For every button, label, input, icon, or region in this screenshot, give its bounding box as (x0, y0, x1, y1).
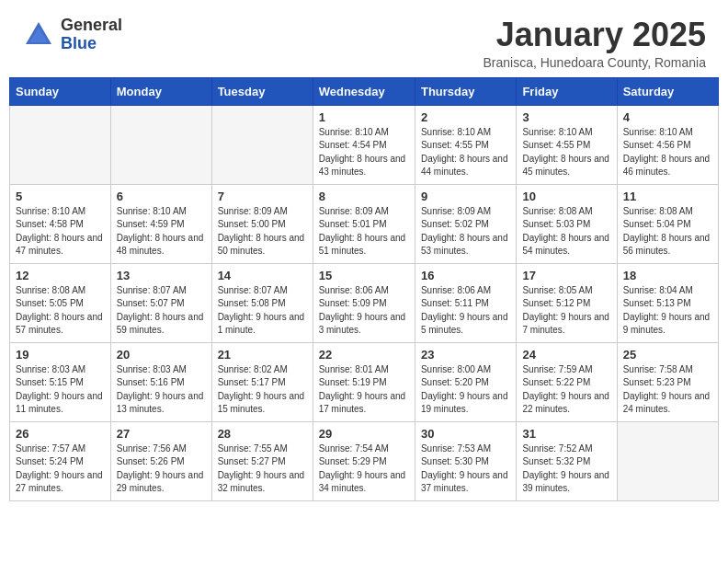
calendar-cell: 19Sunrise: 8:03 AMSunset: 5:15 PMDayligh… (10, 342, 111, 421)
calendar-cell: 8Sunrise: 8:09 AMSunset: 5:01 PMDaylight… (313, 184, 415, 263)
logo-text: General Blue (61, 17, 122, 53)
logo-general-text: General (61, 17, 122, 35)
day-number: 8 (319, 190, 409, 203)
day-number: 19 (16, 348, 105, 362)
day-info: Sunrise: 8:02 AMSunset: 5:17 PMDaylight:… (218, 363, 307, 417)
day-number: 7 (218, 190, 307, 203)
day-number: 11 (623, 190, 712, 203)
calendar-cell (211, 105, 313, 184)
day-info: Sunrise: 8:07 AMSunset: 5:07 PMDaylight:… (117, 284, 206, 338)
day-number: 27 (117, 427, 206, 441)
day-header-sunday: Sunday (10, 77, 111, 105)
calendar-cell: 25Sunrise: 7:58 AMSunset: 5:23 PMDayligh… (617, 342, 718, 421)
day-info: Sunrise: 8:10 AMSunset: 4:56 PMDaylight:… (623, 126, 712, 179)
calendar-cell: 30Sunrise: 7:53 AMSunset: 5:30 PMDayligh… (415, 421, 516, 500)
day-info: Sunrise: 8:10 AMSunset: 4:59 PMDaylight:… (117, 205, 206, 259)
calendar-cell: 15Sunrise: 8:06 AMSunset: 5:09 PMDayligh… (313, 263, 415, 342)
day-info: Sunrise: 8:08 AMSunset: 5:05 PMDaylight:… (16, 284, 105, 338)
calendar-cell: 5Sunrise: 8:10 AMSunset: 4:58 PMDaylight… (10, 184, 111, 263)
day-number: 29 (319, 427, 409, 441)
calendar-cell (110, 105, 211, 184)
page: General Blue January 2025 Branisca, Hune… (0, 0, 728, 511)
day-info: Sunrise: 8:00 AMSunset: 5:20 PMDaylight:… (421, 363, 510, 417)
calendar-cell: 22Sunrise: 8:01 AMSunset: 5:19 PMDayligh… (313, 342, 415, 421)
calendar-cell: 20Sunrise: 8:03 AMSunset: 5:16 PMDayligh… (110, 342, 211, 421)
calendar-cell: 23Sunrise: 8:00 AMSunset: 5:20 PMDayligh… (415, 342, 516, 421)
logo: General Blue (22, 17, 122, 53)
calendar-cell: 29Sunrise: 7:54 AMSunset: 5:29 PMDayligh… (313, 421, 415, 500)
calendar-cell: 9Sunrise: 8:09 AMSunset: 5:02 PMDaylight… (415, 184, 516, 263)
calendar-cell: 31Sunrise: 7:52 AMSunset: 5:32 PMDayligh… (517, 421, 617, 500)
day-number: 6 (117, 190, 206, 203)
calendar-cell: 4Sunrise: 8:10 AMSunset: 4:56 PMDaylight… (617, 105, 718, 184)
day-header-monday: Monday (110, 77, 211, 105)
day-info: Sunrise: 8:09 AMSunset: 5:01 PMDaylight:… (319, 205, 409, 259)
day-info: Sunrise: 7:58 AMSunset: 5:23 PMDaylight:… (623, 363, 712, 417)
calendar-cell: 10Sunrise: 8:08 AMSunset: 5:03 PMDayligh… (517, 184, 617, 263)
day-number: 13 (117, 269, 206, 282)
day-info: Sunrise: 8:03 AMSunset: 5:15 PMDaylight:… (16, 363, 105, 417)
calendar-cell: 12Sunrise: 8:08 AMSunset: 5:05 PMDayligh… (10, 263, 111, 342)
day-number: 26 (16, 427, 105, 441)
calendar-cell: 1Sunrise: 8:10 AMSunset: 4:54 PMDaylight… (313, 105, 415, 184)
day-info: Sunrise: 8:09 AMSunset: 5:02 PMDaylight:… (421, 205, 510, 259)
day-info: Sunrise: 7:59 AMSunset: 5:22 PMDaylight:… (522, 363, 610, 417)
day-number: 1 (319, 110, 409, 124)
day-header-thursday: Thursday (415, 77, 516, 105)
day-number: 2 (421, 110, 510, 124)
calendar-header-row: SundayMondayTuesdayWednesdayThursdayFrid… (10, 77, 719, 105)
header: General Blue January 2025 Branisca, Hune… (0, 0, 728, 77)
calendar-cell: 24Sunrise: 7:59 AMSunset: 5:22 PMDayligh… (517, 342, 617, 421)
day-info: Sunrise: 8:06 AMSunset: 5:09 PMDaylight:… (319, 284, 409, 338)
calendar-cell: 28Sunrise: 7:55 AMSunset: 5:27 PMDayligh… (211, 421, 313, 500)
calendar-cell: 14Sunrise: 8:07 AMSunset: 5:08 PMDayligh… (211, 263, 313, 342)
calendar-cell: 18Sunrise: 8:04 AMSunset: 5:13 PMDayligh… (617, 263, 718, 342)
day-info: Sunrise: 7:52 AMSunset: 5:32 PMDaylight:… (522, 442, 610, 496)
day-header-wednesday: Wednesday (313, 77, 415, 105)
calendar-cell: 16Sunrise: 8:06 AMSunset: 5:11 PMDayligh… (415, 263, 516, 342)
logo-blue-text: Blue (61, 35, 122, 53)
day-info: Sunrise: 8:06 AMSunset: 5:11 PMDaylight:… (421, 284, 510, 338)
calendar-cell (10, 105, 111, 184)
day-number: 20 (117, 348, 206, 362)
day-info: Sunrise: 8:10 AMSunset: 4:55 PMDaylight:… (522, 126, 610, 179)
day-info: Sunrise: 8:01 AMSunset: 5:19 PMDaylight:… (319, 363, 409, 417)
day-info: Sunrise: 8:08 AMSunset: 5:04 PMDaylight:… (623, 205, 712, 259)
day-info: Sunrise: 8:04 AMSunset: 5:13 PMDaylight:… (623, 284, 712, 338)
calendar-cell: 27Sunrise: 7:56 AMSunset: 5:26 PMDayligh… (110, 421, 211, 500)
calendar-week-5: 26Sunrise: 7:57 AMSunset: 5:24 PMDayligh… (10, 421, 719, 500)
day-info: Sunrise: 8:05 AMSunset: 5:12 PMDaylight:… (522, 284, 610, 338)
day-info: Sunrise: 8:10 AMSunset: 4:55 PMDaylight:… (421, 126, 510, 179)
day-info: Sunrise: 8:07 AMSunset: 5:08 PMDaylight:… (218, 284, 307, 338)
day-info: Sunrise: 8:10 AMSunset: 4:58 PMDaylight:… (16, 205, 105, 259)
day-info: Sunrise: 7:54 AMSunset: 5:29 PMDaylight:… (319, 442, 409, 496)
day-info: Sunrise: 7:53 AMSunset: 5:30 PMDaylight:… (421, 442, 510, 496)
calendar-cell: 17Sunrise: 8:05 AMSunset: 5:12 PMDayligh… (517, 263, 617, 342)
calendar-cell: 21Sunrise: 8:02 AMSunset: 5:17 PMDayligh… (211, 342, 313, 421)
calendar-table: SundayMondayTuesdayWednesdayThursdayFrid… (9, 77, 719, 501)
day-info: Sunrise: 8:08 AMSunset: 5:03 PMDaylight:… (522, 205, 610, 259)
day-number: 25 (623, 348, 712, 362)
logo-icon (22, 18, 55, 52)
month-title: January 2025 (483, 17, 706, 53)
day-header-saturday: Saturday (617, 77, 718, 105)
day-info: Sunrise: 8:10 AMSunset: 4:54 PMDaylight:… (319, 126, 409, 179)
subtitle: Branisca, Hunedoara County, Romania (483, 55, 706, 70)
day-number: 12 (16, 269, 105, 282)
day-number: 16 (421, 269, 510, 282)
day-number: 30 (421, 427, 510, 441)
day-info: Sunrise: 8:03 AMSunset: 5:16 PMDaylight:… (117, 363, 206, 417)
day-number: 17 (522, 269, 610, 282)
day-number: 31 (522, 427, 610, 441)
calendar-cell (617, 421, 718, 500)
calendar-week-2: 5Sunrise: 8:10 AMSunset: 4:58 PMDaylight… (10, 184, 719, 263)
day-number: 18 (623, 269, 712, 282)
day-number: 23 (421, 348, 510, 362)
day-number: 9 (421, 190, 510, 203)
day-number: 14 (218, 269, 307, 282)
calendar-wrapper: SundayMondayTuesdayWednesdayThursdayFrid… (0, 77, 728, 511)
day-number: 10 (522, 190, 610, 203)
day-info: Sunrise: 7:57 AMSunset: 5:24 PMDaylight:… (16, 442, 105, 496)
day-number: 5 (16, 190, 105, 203)
day-number: 22 (319, 348, 409, 362)
